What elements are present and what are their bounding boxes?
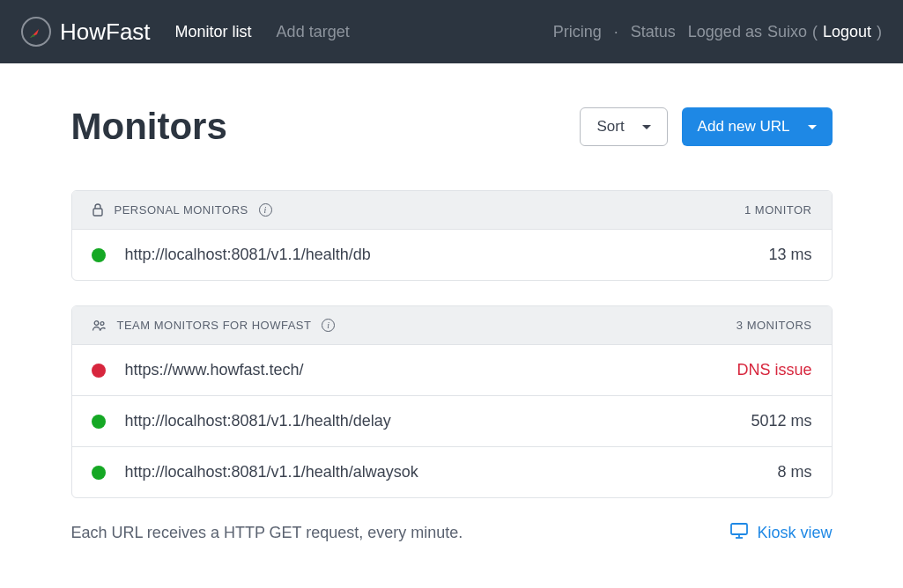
section-count: 1 MONITOR bbox=[744, 203, 812, 217]
page-title: Monitors bbox=[71, 106, 227, 148]
main-container: Monitors Sort Add new URL PERSONAL MONIT… bbox=[71, 63, 833, 578]
brand-name: HowFast bbox=[60, 18, 151, 46]
info-icon[interactable]: i bbox=[322, 319, 335, 332]
status-dot bbox=[92, 364, 106, 378]
svg-point-2 bbox=[100, 321, 104, 325]
monitor-url: https://www.howfast.tech/ bbox=[125, 361, 304, 379]
nav-status[interactable]: Status bbox=[631, 23, 676, 41]
header-buttons: Sort Add new URL bbox=[580, 107, 832, 146]
section-header: PERSONAL MONITORSi1 MONITOR bbox=[72, 191, 832, 229]
lock-icon bbox=[92, 203, 104, 217]
footer: Each URL receives a HTTP GET request, ev… bbox=[71, 523, 833, 543]
status-dot bbox=[92, 248, 106, 262]
brand[interactable]: HowFast bbox=[21, 17, 151, 47]
navbar: HowFast Monitor list Add target Pricing … bbox=[0, 0, 903, 63]
page-header: Monitors Sort Add new URL bbox=[71, 106, 833, 148]
chevron-down-icon bbox=[642, 125, 651, 129]
svg-rect-3 bbox=[731, 524, 747, 534]
section-title: PERSONAL MONITORS bbox=[115, 203, 248, 217]
monitor-row[interactable]: http://localhost:8081/v1.1/health/db13 m… bbox=[72, 229, 832, 280]
status-dot bbox=[92, 415, 106, 429]
logged-as-text: Logged as Suixo ( Logout ) bbox=[688, 23, 882, 41]
info-icon[interactable]: i bbox=[259, 203, 272, 217]
monitor-error: DNS issue bbox=[736, 361, 811, 379]
sort-button[interactable]: Sort bbox=[580, 107, 667, 146]
monitor-section: PERSONAL MONITORSi1 MONITORhttp://localh… bbox=[71, 190, 833, 281]
rocket-icon bbox=[21, 17, 51, 47]
nav-pricing[interactable]: Pricing bbox=[553, 23, 602, 41]
monitor-latency: 8 ms bbox=[777, 463, 811, 481]
nav-monitor-list[interactable]: Monitor list bbox=[175, 23, 252, 41]
nav-add-target[interactable]: Add target bbox=[277, 23, 350, 41]
sort-button-label: Sort bbox=[596, 118, 624, 136]
add-url-button[interactable]: Add new URL bbox=[682, 107, 833, 146]
nav-right: Pricing · Status Logged as Suixo ( Logou… bbox=[553, 23, 882, 41]
nav-separator: · bbox=[614, 23, 618, 41]
svg-point-1 bbox=[94, 320, 99, 325]
section-header: TEAM MONITORS FOR HOWFASTi3 MONITORS bbox=[72, 306, 832, 344]
add-url-button-label: Add new URL bbox=[698, 118, 790, 136]
kiosk-view-label: Kiosk view bbox=[757, 524, 832, 542]
monitor-url: http://localhost:8081/v1.1/health/db bbox=[125, 246, 371, 264]
monitor-url: http://localhost:8081/v1.1/health/delay bbox=[125, 412, 391, 430]
logout-link[interactable]: Logout bbox=[823, 23, 871, 41]
section-count: 3 MONITORS bbox=[736, 319, 812, 332]
monitor-row[interactable]: http://localhost:8081/v1.1/health/delay5… bbox=[72, 395, 832, 446]
monitor-icon bbox=[730, 523, 748, 543]
svg-rect-0 bbox=[93, 209, 102, 216]
monitor-row[interactable]: https://www.howfast.tech/DNS issue bbox=[72, 344, 832, 395]
monitor-url: http://localhost:8081/v1.1/health/always… bbox=[125, 463, 418, 481]
monitor-latency: 5012 ms bbox=[751, 412, 811, 430]
section-title: TEAM MONITORS FOR HOWFAST bbox=[117, 319, 312, 332]
monitor-latency: 13 ms bbox=[768, 246, 811, 264]
monitor-section: TEAM MONITORS FOR HOWFASTi3 MONITORShttp… bbox=[71, 305, 833, 498]
kiosk-view-link[interactable]: Kiosk view bbox=[730, 523, 832, 543]
people-icon bbox=[92, 320, 107, 332]
nav-left: HowFast Monitor list Add target bbox=[21, 17, 350, 47]
chevron-down-icon bbox=[808, 125, 817, 129]
monitor-row[interactable]: http://localhost:8081/v1.1/health/always… bbox=[72, 446, 832, 497]
status-dot bbox=[92, 466, 106, 480]
footer-note: Each URL receives a HTTP GET request, ev… bbox=[71, 524, 463, 542]
